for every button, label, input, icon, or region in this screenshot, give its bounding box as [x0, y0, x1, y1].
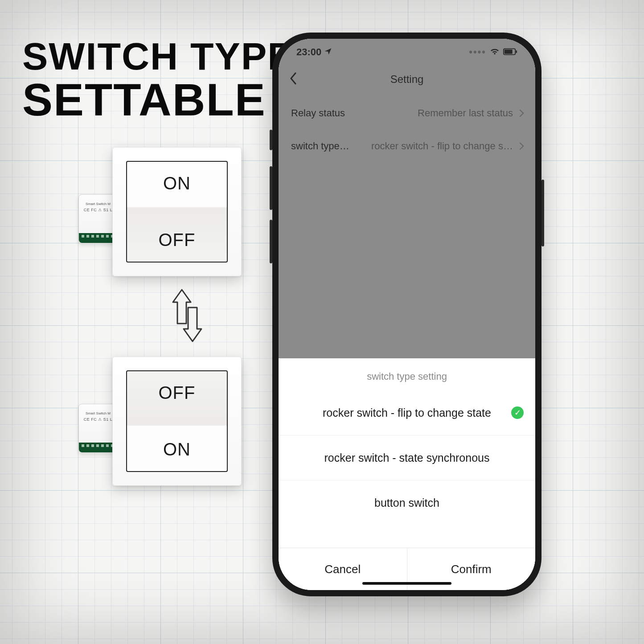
smart-module-top: Smart Switch M CE FC ⚠ S1 L	[78, 194, 118, 243]
phone-side-button	[541, 180, 544, 246]
headline-line-2: SETTABLE	[22, 76, 294, 123]
wall-plate-bottom: OFF ON	[112, 357, 242, 486]
option-label: rocker switch - flip to change state	[323, 406, 491, 419]
smart-module-bottom: Smart Switch M CE FC ⚠ S1 L	[78, 404, 118, 453]
module-title: Smart Switch M	[79, 411, 117, 415]
module-pins	[79, 233, 117, 243]
rocker-bottom: OFF ON	[126, 370, 228, 472]
option-button-switch[interactable]: button switch	[279, 480, 535, 525]
check-icon: ✓	[511, 406, 524, 419]
option-rocker-sync[interactable]: rocker switch - state synchronous	[279, 435, 535, 480]
phone-side-button	[270, 220, 272, 263]
option-rocker-flip[interactable]: rocker switch - flip to change state ✓	[279, 390, 535, 435]
swap-arrows-icon	[169, 289, 205, 342]
modal-backdrop[interactable]	[279, 39, 535, 358]
headline: SWITCH TYPE SETTABLE	[22, 37, 294, 124]
phone-frame: 23:00 ••••	[272, 33, 541, 596]
rocker-top: ON OFF	[126, 161, 228, 263]
module-title: Smart Switch M	[79, 202, 117, 206]
phone-side-button	[270, 166, 272, 210]
wall-plate-top: ON OFF	[112, 147, 242, 276]
home-indicator[interactable]	[362, 582, 451, 585]
rocker-top-lower: OFF	[159, 230, 196, 250]
sheet-title: switch type setting	[279, 358, 535, 390]
module-marks: CE FC ⚠ S1 L	[79, 208, 117, 212]
rocker-bottom-lower: ON	[163, 439, 191, 459]
rocker-top-upper: ON	[163, 173, 191, 193]
option-label: button switch	[374, 496, 439, 509]
phone-screen: 23:00 ••••	[279, 39, 535, 590]
option-label: rocker switch - state synchronous	[324, 451, 490, 464]
sheet-options: rocker switch - flip to change state ✓ r…	[279, 390, 535, 548]
headline-line-1: SWITCH TYPE	[22, 37, 294, 76]
rocker-bottom-upper: OFF	[159, 383, 196, 403]
switch-type-sheet: switch type setting rocker switch - flip…	[279, 358, 535, 590]
phone-side-button	[270, 130, 272, 150]
module-marks: CE FC ⚠ S1 L	[79, 417, 117, 422]
module-pins	[79, 443, 117, 452]
